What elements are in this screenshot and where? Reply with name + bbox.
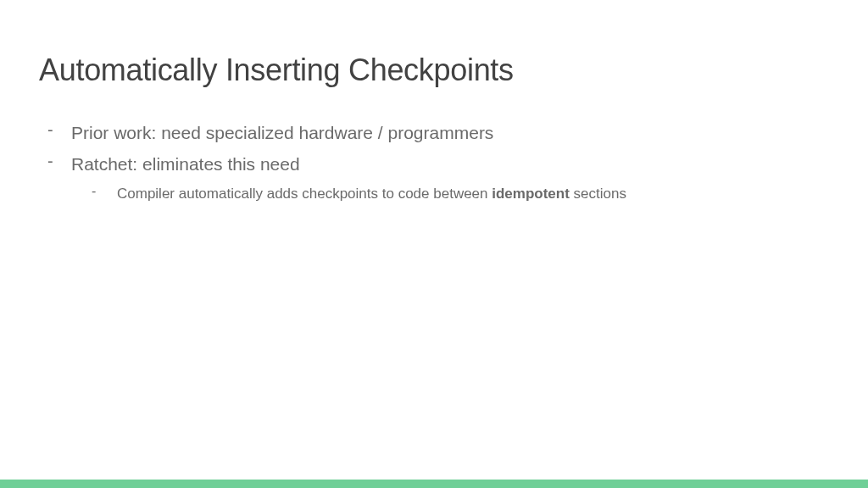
footer-accent-bar (0, 480, 868, 488)
bullet-marker-icon: - (92, 184, 117, 199)
bullet-item: - Prior work: need specialized hardware … (46, 120, 829, 145)
bullet-marker-icon: - (46, 120, 71, 140)
bullet-list: - Prior work: need specialized hardware … (39, 120, 829, 177)
slide-container: Automatically Inserting Checkpoints - Pr… (0, 0, 868, 488)
sub-text-prefix: Compiler automatically adds checkpoints … (117, 186, 492, 202)
bullet-text: Prior work: need specialized hardware / … (71, 120, 493, 145)
sub-text-suffix: sections (570, 186, 626, 202)
sub-bullet-item: - Compiler automatically adds checkpoint… (92, 184, 829, 204)
sub-text-bold: idempotent (492, 186, 570, 202)
bullet-item: - Ratchet: eliminates this need (46, 152, 829, 176)
bullet-text: Ratchet: eliminates this need (71, 152, 300, 176)
slide-title: Automatically Inserting Checkpoints (39, 53, 829, 88)
sub-bullet-list: - Compiler automatically adds checkpoint… (39, 184, 829, 204)
bullet-marker-icon: - (46, 152, 71, 171)
sub-bullet-text: Compiler automatically adds checkpoints … (117, 184, 626, 204)
